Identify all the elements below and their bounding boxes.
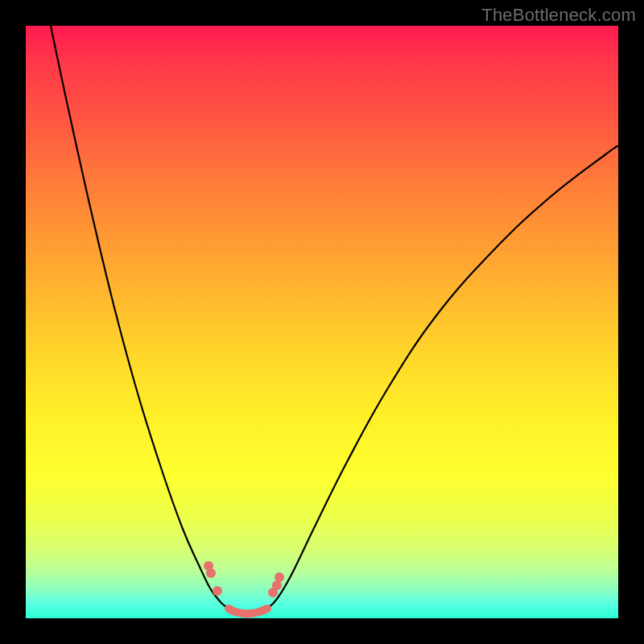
right-curve [267, 146, 618, 609]
watermark-text: TheBottleneck.com [481, 5, 636, 26]
dot-group [204, 561, 284, 597]
curve-svg [26, 26, 618, 618]
curve-dot [213, 586, 222, 596]
bottom-arc [229, 609, 267, 613]
plot-area [26, 26, 618, 618]
left-curve [51, 26, 229, 609]
curve-dot [206, 568, 216, 578]
chart-frame: TheBottleneck.com [0, 0, 644, 644]
curve-dot [268, 588, 278, 597]
